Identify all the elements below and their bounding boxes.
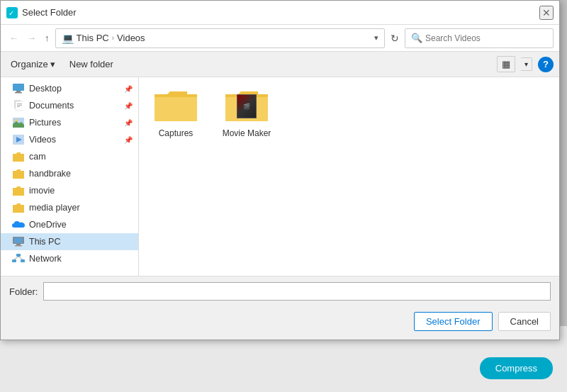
onedrive-icon [12, 219, 25, 230]
pin-icon-pictures: 📌 [124, 119, 133, 127]
organize-arrow-icon: ▾ [50, 59, 55, 69]
sidebar-item-documents-label: Documents [29, 101, 120, 111]
svg-rect-3 [16, 91, 21, 92]
videos-icon [12, 134, 25, 145]
compress-button[interactable]: Compress [480, 357, 553, 379]
svg-rect-18 [16, 254, 21, 257]
pictures-icon [12, 117, 25, 128]
up-button[interactable]: ↑ [42, 31, 52, 45]
path-computer-icon: 💻 [62, 33, 74, 44]
captures-folder-label: Captures [159, 128, 193, 138]
this-pc-icon [12, 236, 25, 247]
sidebar-item-network[interactable]: Network [1, 250, 138, 267]
desktop-icon [12, 83, 25, 94]
sidebar-item-network-label: Network [29, 254, 133, 264]
captures-folder-icon [155, 89, 197, 125]
forward-button[interactable]: → [24, 31, 39, 45]
svg-rect-17 [15, 245, 22, 247]
new-folder-label: New folder [69, 59, 113, 69]
organize-label: Organize [11, 59, 48, 69]
sidebar-item-media-player-label: media player [29, 203, 133, 213]
sidebar: Desktop 📌 Documents 📌 [1, 77, 139, 276]
svg-rect-4 [15, 92, 22, 94]
documents-icon [12, 100, 25, 111]
movie-maker-folder-label: Movie Maker [223, 128, 271, 138]
svg-text:✓: ✓ [9, 9, 14, 17]
search-icon: 🔍 [411, 33, 422, 43]
app-icon: ✓ [6, 7, 18, 18]
view-icon: ▦ [502, 59, 510, 69]
svg-line-21 [14, 257, 18, 259]
close-button[interactable]: ✕ [539, 6, 554, 20]
path-dropdown-button[interactable]: ▾ [374, 33, 378, 43]
sidebar-item-imovie-label: imovie [29, 186, 133, 196]
organize-button[interactable]: Organize ▾ [6, 57, 60, 72]
svg-rect-8 [17, 105, 22, 106]
media-player-folder-icon [12, 202, 25, 213]
sidebar-item-desktop[interactable]: Desktop 📌 [1, 80, 138, 97]
sidebar-item-imovie[interactable]: imovie [1, 182, 138, 199]
handbrake-folder-icon [12, 168, 25, 179]
content-area: Desktop 📌 Documents 📌 [1, 77, 559, 276]
search-box: 🔍 [405, 28, 554, 48]
sidebar-item-documents[interactable]: Documents 📌 [1, 97, 138, 114]
sidebar-item-pictures[interactable]: Pictures 📌 [1, 114, 138, 131]
sidebar-item-this-pc[interactable]: This PC [1, 233, 138, 250]
select-folder-dialog: ✓ Select Folder ✕ ← → ↑ 💻 This PC › Vide… [0, 0, 560, 340]
path-part1: This PC [77, 33, 109, 43]
view-toggle-button[interactable]: ▦ [497, 56, 515, 72]
svg-rect-20 [21, 259, 25, 262]
sidebar-item-this-pc-label: This PC [29, 237, 133, 247]
svg-rect-7 [17, 103, 22, 104]
sidebar-item-handbrake[interactable]: handbrake [1, 165, 138, 182]
imovie-folder-icon [12, 185, 25, 196]
folder-item-captures[interactable]: Captures [147, 86, 204, 141]
file-area: Captures 🎬 Movie Maker [139, 77, 559, 276]
sidebar-item-videos[interactable]: Videos 📌 [1, 131, 138, 148]
network-icon [12, 253, 25, 264]
view-toggle-arrow-button[interactable]: ▾ [521, 57, 532, 71]
svg-rect-16 [16, 244, 21, 245]
path-chevron1: › [112, 34, 114, 42]
select-folder-button[interactable]: Select Folder [414, 312, 493, 331]
folder-label: Folder: [9, 286, 38, 297]
movie-maker-folder-icon: 🎬 [225, 89, 268, 125]
help-button[interactable]: ? [538, 57, 554, 72]
sidebar-item-media-player[interactable]: media player [1, 199, 138, 216]
cancel-button[interactable]: Cancel [498, 312, 551, 331]
back-button[interactable]: ← [6, 31, 21, 45]
sidebar-item-cam[interactable]: cam [1, 148, 138, 165]
svg-rect-19 [12, 259, 16, 262]
sidebar-item-cam-label: cam [29, 152, 133, 162]
sidebar-item-pictures-label: Pictures [29, 118, 120, 128]
svg-rect-2 [13, 84, 24, 91]
svg-rect-15 [14, 237, 23, 243]
sidebar-item-handbrake-label: handbrake [29, 169, 133, 179]
sidebar-item-onedrive[interactable]: OneDrive [1, 216, 138, 233]
folder-input-row: Folder: [1, 276, 559, 306]
svg-rect-6 [16, 101, 23, 111]
pin-icon-documents: 📌 [124, 102, 133, 110]
sidebar-item-desktop-label: Desktop [29, 84, 120, 94]
cam-folder-icon [12, 151, 25, 162]
dialog-title: Select Folder [22, 7, 539, 18]
folder-item-movie-maker[interactable]: 🎬 Movie Maker [218, 86, 275, 141]
new-folder-button[interactable]: New folder [65, 57, 118, 72]
pin-icon-videos: 📌 [124, 136, 133, 144]
pin-icon-desktop: 📌 [124, 85, 133, 93]
address-bar: ← → ↑ 💻 This PC › Videos ▾ ↻ 🔍 [1, 25, 559, 52]
view-arrow-icon: ▾ [524, 60, 528, 68]
svg-rect-9 [17, 106, 20, 107]
path-part2: Videos [117, 33, 145, 43]
sidebar-item-onedrive-label: OneDrive [29, 220, 133, 230]
address-path[interactable]: 💻 This PC › Videos ▾ [55, 28, 386, 48]
refresh-button[interactable]: ↻ [388, 31, 402, 45]
button-row: Select Folder Cancel [1, 306, 559, 340]
title-bar: ✓ Select Folder ✕ [1, 1, 559, 25]
sidebar-item-videos-label: Videos [29, 135, 120, 145]
search-input[interactable] [425, 33, 539, 43]
folder-input-field[interactable] [43, 282, 551, 301]
svg-line-22 [18, 257, 23, 259]
toolbar: Organize ▾ New folder ▦ ▾ ? [1, 52, 559, 77]
